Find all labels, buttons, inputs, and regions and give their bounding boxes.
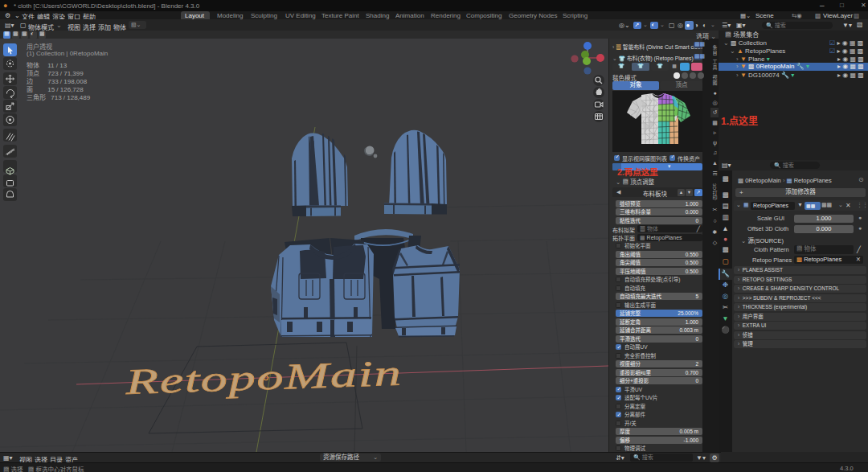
- svg-text:RetopoMain: RetopoMain: [124, 352, 403, 401]
